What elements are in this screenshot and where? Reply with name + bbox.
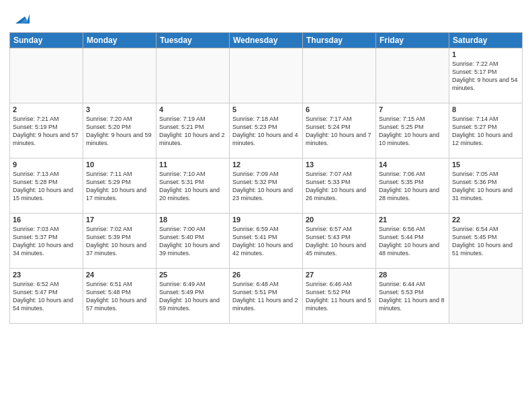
day-number: 12	[232, 161, 300, 169]
day-number: 8	[452, 105, 519, 113]
day-number: 19	[232, 216, 300, 224]
day-info: Sunrise: 6:51 AMSunset: 5:48 PMDaylight:…	[86, 280, 153, 313]
calendar-day-cell	[230, 48, 303, 103]
calendar-table: SundayMondayTuesdayWednesdayThursdayFrid…	[9, 32, 523, 324]
calendar-day-cell: 5Sunrise: 7:18 AMSunset: 5:23 PMDaylight…	[230, 103, 303, 158]
header	[9, 7, 523, 28]
day-number: 16	[13, 216, 80, 224]
page-container: SundayMondayTuesdayWednesdayThursdayFrid…	[0, 0, 532, 411]
day-info: Sunrise: 6:56 AMSunset: 5:44 PMDaylight:…	[379, 225, 446, 258]
day-number: 18	[159, 216, 226, 224]
calendar-day-cell: 23Sunrise: 6:52 AMSunset: 5:47 PMDayligh…	[10, 269, 83, 324]
calendar-day-cell: 20Sunrise: 6:57 AMSunset: 5:43 PMDayligh…	[303, 214, 376, 269]
day-info: Sunrise: 7:22 AMSunset: 5:17 PMDaylight:…	[452, 60, 519, 93]
day-info: Sunrise: 7:15 AMSunset: 5:25 PMDaylight:…	[379, 115, 446, 148]
calendar-day-cell	[83, 48, 157, 103]
day-info: Sunrise: 7:19 AMSunset: 5:21 PMDaylight:…	[159, 115, 226, 148]
day-number: 15	[452, 161, 519, 169]
calendar-day-cell: 6Sunrise: 7:17 AMSunset: 5:24 PMDaylight…	[303, 103, 376, 158]
weekday-header: Wednesday	[230, 33, 303, 48]
calendar-day-cell: 7Sunrise: 7:15 AMSunset: 5:25 PMDaylight…	[376, 103, 449, 158]
calendar-day-cell: 19Sunrise: 6:59 AMSunset: 5:41 PMDayligh…	[230, 214, 303, 269]
day-info: Sunrise: 7:20 AMSunset: 5:20 PMDaylight:…	[86, 115, 153, 148]
weekday-header: Saturday	[449, 33, 523, 48]
day-info: Sunrise: 6:59 AMSunset: 5:41 PMDaylight:…	[232, 225, 300, 258]
day-number: 23	[13, 271, 80, 279]
weekday-header: Thursday	[303, 33, 376, 48]
logo	[9, 9, 30, 28]
day-number: 22	[452, 216, 519, 224]
calendar-day-cell: 4Sunrise: 7:19 AMSunset: 5:21 PMDaylight…	[157, 103, 230, 158]
day-number: 28	[379, 271, 446, 279]
day-number: 7	[379, 105, 446, 113]
calendar-week-row: 9Sunrise: 7:13 AMSunset: 5:28 PMDaylight…	[10, 158, 523, 214]
calendar-day-cell: 12Sunrise: 7:09 AMSunset: 5:32 PMDayligh…	[230, 158, 303, 214]
calendar-day-cell: 21Sunrise: 6:56 AMSunset: 5:44 PMDayligh…	[376, 214, 449, 269]
day-number: 1	[452, 50, 519, 58]
day-info: Sunrise: 7:11 AMSunset: 5:29 PMDaylight:…	[86, 170, 153, 203]
day-number: 14	[379, 161, 446, 169]
day-info: Sunrise: 6:52 AMSunset: 5:47 PMDaylight:…	[13, 280, 80, 313]
calendar-day-cell	[157, 48, 230, 103]
calendar-day-cell	[449, 269, 523, 324]
calendar-day-cell	[303, 48, 376, 103]
calendar-week-row: 16Sunrise: 7:03 AMSunset: 5:37 PMDayligh…	[10, 214, 523, 269]
day-number: 13	[306, 161, 373, 169]
day-number: 27	[306, 271, 373, 279]
day-number: 17	[86, 216, 153, 224]
day-info: Sunrise: 7:14 AMSunset: 5:27 PMDaylight:…	[452, 115, 519, 148]
day-info: Sunrise: 7:06 AMSunset: 5:35 PMDaylight:…	[379, 170, 446, 203]
calendar-day-cell: 25Sunrise: 6:49 AMSunset: 5:49 PMDayligh…	[157, 269, 230, 324]
day-number: 25	[159, 271, 226, 279]
day-info: Sunrise: 6:48 AMSunset: 5:51 PMDaylight:…	[232, 280, 300, 313]
calendar-day-cell: 24Sunrise: 6:51 AMSunset: 5:48 PMDayligh…	[83, 269, 157, 324]
day-number: 10	[86, 161, 153, 169]
weekday-header: Sunday	[10, 33, 83, 48]
day-info: Sunrise: 7:21 AMSunset: 5:19 PMDaylight:…	[13, 115, 80, 148]
logo-icon	[11, 9, 30, 28]
calendar-day-cell: 2Sunrise: 7:21 AMSunset: 5:19 PMDaylight…	[10, 103, 83, 158]
weekday-header: Tuesday	[157, 33, 230, 48]
day-info: Sunrise: 7:13 AMSunset: 5:28 PMDaylight:…	[13, 170, 80, 203]
day-info: Sunrise: 7:02 AMSunset: 5:39 PMDaylight:…	[86, 225, 153, 258]
calendar-day-cell	[10, 48, 83, 103]
day-info: Sunrise: 6:54 AMSunset: 5:45 PMDaylight:…	[452, 225, 519, 258]
calendar-day-cell: 26Sunrise: 6:48 AMSunset: 5:51 PMDayligh…	[230, 269, 303, 324]
day-info: Sunrise: 7:18 AMSunset: 5:23 PMDaylight:…	[232, 115, 300, 148]
calendar-header-row: SundayMondayTuesdayWednesdayThursdayFrid…	[10, 33, 523, 48]
day-info: Sunrise: 7:09 AMSunset: 5:32 PMDaylight:…	[232, 170, 300, 203]
day-info: Sunrise: 7:03 AMSunset: 5:37 PMDaylight:…	[13, 225, 80, 258]
day-number: 26	[232, 271, 300, 279]
calendar-day-cell: 22Sunrise: 6:54 AMSunset: 5:45 PMDayligh…	[449, 214, 523, 269]
calendar-day-cell: 1Sunrise: 7:22 AMSunset: 5:17 PMDaylight…	[449, 48, 523, 103]
calendar-day-cell: 14Sunrise: 7:06 AMSunset: 5:35 PMDayligh…	[376, 158, 449, 214]
day-info: Sunrise: 6:49 AMSunset: 5:49 PMDaylight:…	[159, 280, 226, 313]
calendar-day-cell: 28Sunrise: 6:44 AMSunset: 5:53 PMDayligh…	[376, 269, 449, 324]
day-number: 24	[86, 271, 153, 279]
weekday-header: Friday	[376, 33, 449, 48]
calendar-week-row: 23Sunrise: 6:52 AMSunset: 5:47 PMDayligh…	[10, 269, 523, 324]
day-number: 20	[306, 216, 373, 224]
weekday-header: Monday	[83, 33, 157, 48]
day-number: 2	[13, 105, 80, 113]
day-info: Sunrise: 7:05 AMSunset: 5:36 PMDaylight:…	[452, 170, 519, 203]
calendar-day-cell	[376, 48, 449, 103]
calendar-week-row: 1Sunrise: 7:22 AMSunset: 5:17 PMDaylight…	[10, 48, 523, 103]
calendar-day-cell: 18Sunrise: 7:00 AMSunset: 5:40 PMDayligh…	[157, 214, 230, 269]
day-info: Sunrise: 7:10 AMSunset: 5:31 PMDaylight:…	[159, 170, 226, 203]
day-info: Sunrise: 7:07 AMSunset: 5:33 PMDaylight:…	[306, 170, 373, 203]
day-number: 4	[159, 105, 226, 113]
day-number: 3	[86, 105, 153, 113]
day-info: Sunrise: 7:17 AMSunset: 5:24 PMDaylight:…	[306, 115, 373, 148]
calendar-day-cell: 9Sunrise: 7:13 AMSunset: 5:28 PMDaylight…	[10, 158, 83, 214]
calendar-day-cell: 16Sunrise: 7:03 AMSunset: 5:37 PMDayligh…	[10, 214, 83, 269]
calendar-day-cell: 8Sunrise: 7:14 AMSunset: 5:27 PMDaylight…	[449, 103, 523, 158]
day-number: 21	[379, 216, 446, 224]
day-info: Sunrise: 6:46 AMSunset: 5:52 PMDaylight:…	[306, 280, 373, 313]
calendar-day-cell: 27Sunrise: 6:46 AMSunset: 5:52 PMDayligh…	[303, 269, 376, 324]
day-number: 9	[13, 161, 80, 169]
day-number: 5	[232, 105, 300, 113]
calendar-day-cell: 3Sunrise: 7:20 AMSunset: 5:20 PMDaylight…	[83, 103, 157, 158]
day-info: Sunrise: 6:44 AMSunset: 5:53 PMDaylight:…	[379, 280, 446, 313]
calendar-week-row: 2Sunrise: 7:21 AMSunset: 5:19 PMDaylight…	[10, 103, 523, 158]
